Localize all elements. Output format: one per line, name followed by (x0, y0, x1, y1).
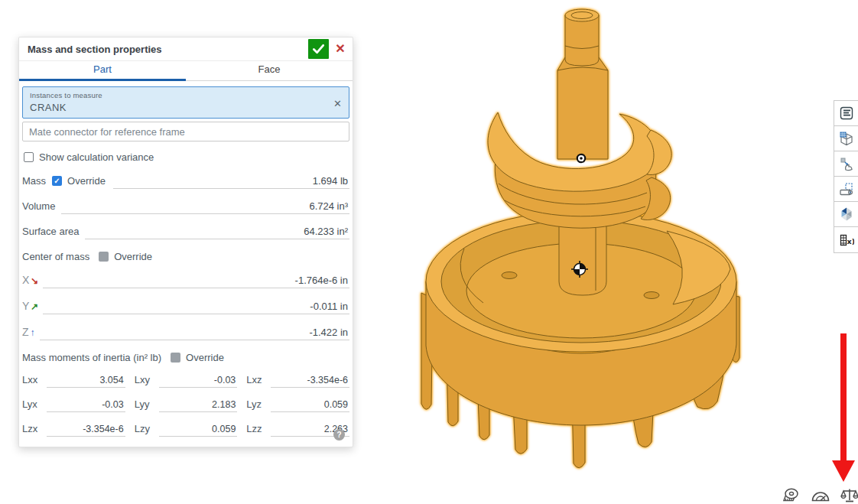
com-x-value-field: -1.764e-6 in (43, 275, 349, 288)
volume-value-field: 6.724 in³ (61, 200, 349, 214)
crank-model[interactable] (421, 9, 739, 468)
tab-bar: Part Face (19, 61, 353, 81)
axis-x-arrow-icon: ↘ (31, 275, 38, 286)
variance-checkbox[interactable] (24, 152, 34, 162)
axis-y-label: Y (22, 300, 29, 312)
com-z-row: Z ↑ -1.422 in (22, 326, 349, 340)
inertia-cell-lyx: Lyx-0.03 (22, 398, 125, 412)
surface-area-row: Surface area 64.233 in² (22, 226, 349, 239)
dialog-title: Mass and section properties (28, 44, 308, 55)
com-z-value-field: -1.422 in (40, 327, 349, 340)
mass-override-label: Override (67, 175, 106, 187)
com-x-row: X ↘ -1.764e-6 in (22, 274, 349, 288)
axis-x-label: X (22, 274, 29, 286)
inertia-cell-lyz: Lyz0.059 (246, 398, 349, 412)
dashed-sketch-icon[interactable] (834, 177, 858, 202)
svg-text:x): x) (847, 237, 855, 245)
measure-toolbar (782, 487, 858, 504)
inertia-cell-lzy: Lzy0.059 (135, 423, 238, 437)
mass-properties-dialog: Mass and section properties ✕ Part Face … (18, 37, 353, 447)
checkmark-icon (313, 44, 324, 54)
inertia-grid: Lxx3.054 Lxy-0.03 Lxz-3.354e-6 Lyx-0.03 … (22, 374, 349, 437)
volume-label: Volume (22, 200, 55, 212)
inertia-override-checkbox[interactable] (171, 353, 180, 363)
instances-label: Instances to measure (30, 91, 329, 99)
inertia-cell-lxx: Lxx3.054 (22, 374, 125, 388)
tab-part[interactable]: Part (19, 61, 186, 80)
center-of-mass-label: Center of mass (22, 251, 89, 262)
inertia-cell-lxz: Lxz-3.354e-6 (246, 374, 349, 388)
surface-area-value-field: 64.233 in² (85, 226, 349, 239)
close-button[interactable]: ✕ (333, 41, 348, 57)
dialog-header: Mass and section properties ✕ (19, 37, 353, 61)
mate-connector-input[interactable] (22, 122, 349, 141)
inertia-cell-lxy: Lxy-0.03 (135, 374, 238, 388)
com-y-row: Y ↗ -0.011 in (22, 300, 349, 314)
mate-connector-marker[interactable] (577, 154, 585, 162)
paste-shape-icon[interactable] (834, 151, 858, 177)
axis-y-arrow-icon: ↗ (31, 301, 38, 312)
mass-value-field[interactable]: 1.694 lb (113, 175, 349, 189)
right-panel-toolbar: x) (834, 100, 858, 253)
com-y-value-field: -0.011 in (43, 301, 349, 314)
mass-row: Mass Override 1.694 lb (22, 174, 349, 189)
tab-face[interactable]: Face (186, 61, 353, 80)
dialog-body: Instances to measure CRANK ✕ Show calcul… (19, 81, 353, 437)
com-override-checkbox[interactable] (99, 252, 109, 262)
inertia-override-label: Override (186, 352, 224, 363)
variance-row: Show calculation variance (24, 151, 349, 163)
volume-row: Volume 6.724 in³ (22, 200, 349, 214)
mass-override-checkbox[interactable] (52, 176, 62, 186)
clear-selection-icon[interactable]: ✕ (333, 99, 342, 109)
balance-scale-icon[interactable] (840, 487, 858, 504)
instances-field[interactable]: Instances to measure CRANK ✕ (22, 86, 349, 119)
tape-measure-icon[interactable] (782, 487, 801, 504)
list-panel-icon[interactable] (834, 101, 858, 126)
inertia-cell-lyy: Lyy2.183 (135, 398, 238, 412)
variance-label: Show calculation variance (39, 151, 154, 163)
axis-z-label: Z (22, 326, 29, 338)
center-of-mass-row: Center of mass Override (22, 251, 349, 262)
function-table-icon[interactable]: x) (834, 227, 858, 252)
cube-grid-icon[interactable] (834, 126, 858, 151)
inertia-header-row: Mass moments of inertia (in² lb) Overrid… (22, 352, 349, 363)
inertia-cell-lzx: Lzx-3.354e-6 (22, 423, 125, 437)
com-override-label: Override (114, 251, 152, 262)
inertia-label: Mass moments of inertia (in² lb) (22, 352, 161, 363)
close-icon: ✕ (335, 42, 345, 55)
instances-value: CRANK (30, 102, 329, 113)
confirm-button[interactable] (308, 39, 329, 59)
surface-area-label: Surface area (22, 226, 79, 237)
pinwheel-sphere-icon[interactable] (834, 202, 858, 227)
help-icon[interactable]: ? (333, 429, 345, 441)
mass-label: Mass (22, 175, 46, 187)
axis-z-arrow-icon: ↑ (31, 327, 35, 338)
protractor-icon[interactable] (811, 487, 830, 504)
